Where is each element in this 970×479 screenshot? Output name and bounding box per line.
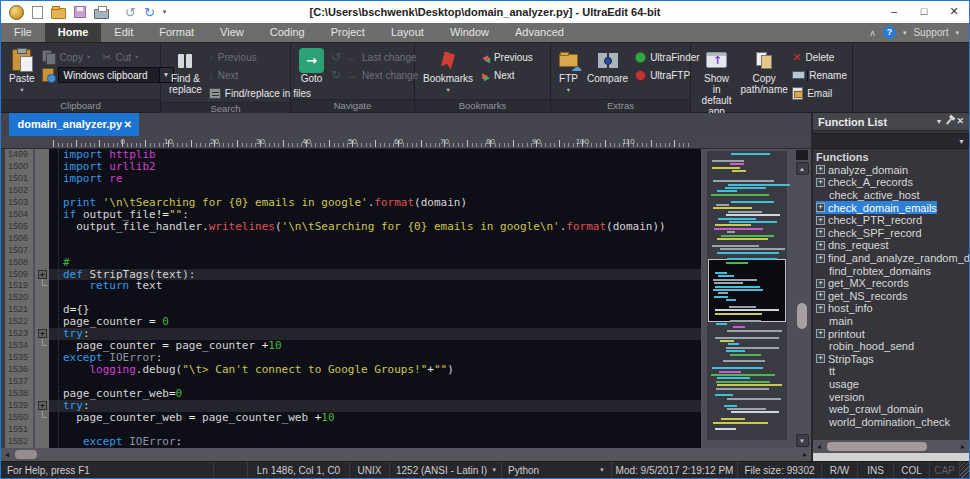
- new-file-icon[interactable]: [32, 6, 43, 19]
- code-line-1506[interactable]: 1506: [1, 233, 701, 245]
- code-line-1499[interactable]: 1499import httplib: [1, 149, 701, 161]
- next-change-button[interactable]: → Next change: [346, 66, 418, 84]
- code-area[interactable]: 1499import httplib1500import urllib21501…: [1, 149, 701, 448]
- function-item-find_robtex_domains[interactable]: find_robtex_domains: [816, 264, 969, 277]
- status-encoding-dropdown[interactable]: 1252 (ANSI - Latin I)▼: [389, 462, 501, 478]
- menu-item-advanced[interactable]: Advanced: [502, 23, 577, 42]
- expand-icon[interactable]: +: [816, 354, 825, 363]
- rename-button[interactable]: Rename: [792, 66, 847, 84]
- code-line-1509[interactable]: 1509+def StripTags(text):: [1, 269, 701, 281]
- redo-icon[interactable]: ↻: [144, 5, 155, 20]
- expand-icon[interactable]: +: [816, 203, 825, 212]
- expand-icon[interactable]: +: [816, 291, 825, 300]
- show-in-default-app-button[interactable]: Show in default app: [697, 46, 736, 118]
- status-line-ending[interactable]: UNIX: [349, 462, 389, 478]
- fold-marker-collapsed[interactable]: +: [38, 329, 47, 338]
- bookmarks-dropdown-icon[interactable]: ▾: [446, 84, 449, 95]
- function-item-hit[interactable]: +StripTags: [816, 353, 874, 366]
- ultraedit-logo-icon[interactable]: [9, 5, 24, 20]
- undo-icon[interactable]: ↺: [125, 5, 136, 20]
- function-item-hit[interactable]: version: [816, 390, 864, 403]
- nav-back-button[interactable]: ↺: [331, 48, 341, 66]
- resize-grip[interactable]: [959, 462, 969, 478]
- status-insert-mode[interactable]: INS: [857, 462, 893, 478]
- menu-item-layout[interactable]: Layout: [378, 23, 437, 42]
- expand-icon[interactable]: +: [816, 279, 825, 288]
- pin-icon[interactable]: [946, 118, 952, 125]
- panel-scroll-thumb[interactable]: [827, 442, 927, 451]
- syntax-dropdown-icon[interactable]: ▼: [599, 467, 605, 473]
- expand-icon[interactable]: +: [816, 329, 825, 338]
- expand-icon[interactable]: +: [816, 228, 825, 237]
- code-line-1552[interactable]: 1552 except IOError:: [1, 436, 701, 448]
- function-item-hit[interactable]: +dns_request: [816, 239, 889, 252]
- ftp-button[interactable]: FTP ▾: [557, 46, 580, 99]
- menu-item-file[interactable]: File: [1, 23, 45, 42]
- expand-icon[interactable]: +: [816, 254, 825, 263]
- function-item-hit[interactable]: +get_NS_records: [816, 290, 908, 303]
- code-line-1535[interactable]: 1535except IOError:: [1, 352, 701, 364]
- help-dropdown-icon[interactable]: ▾: [903, 29, 907, 37]
- cut-button[interactable]: ✂ Cut▾: [102, 48, 138, 66]
- expand-icon[interactable]: +: [816, 304, 825, 313]
- function-item-analyze_domain[interactable]: +analyze_domain: [816, 164, 969, 177]
- function-item-version[interactable]: version: [816, 390, 969, 403]
- fold-marker-collapsed[interactable]: +: [38, 401, 47, 410]
- horizontal-scrollbar[interactable]: ◄ ►: [1, 448, 811, 461]
- scroll-right-icon[interactable]: ►: [799, 451, 811, 458]
- function-item-hit[interactable]: tt: [816, 365, 835, 378]
- bookmarks-button[interactable]: Bookmarks ▾: [421, 46, 475, 99]
- code-line-1520[interactable]: 1520: [1, 292, 701, 304]
- function-item-hit[interactable]: +host_info: [816, 302, 873, 315]
- function-item-get_NS_records[interactable]: +get_NS_records: [816, 290, 969, 303]
- code-line-1534[interactable]: 1534 page_counter = page_counter +10: [1, 340, 701, 352]
- collapse-ribbon-icon[interactable]: ∧: [869, 28, 876, 38]
- scroll-down-icon[interactable]: ▼: [796, 434, 809, 447]
- quick-access-dropdown-icon[interactable]: ▾: [163, 8, 167, 16]
- tab-domain-analyzer[interactable]: domain_analyzer.py ✕: [9, 113, 139, 136]
- function-item-hit[interactable]: find_robtex_domains: [816, 264, 931, 277]
- windows-clipboard-dropdown[interactable]: Windows clipboard ▼: [58, 67, 174, 83]
- minimap[interactable]: [701, 149, 793, 448]
- delete-button[interactable]: ✕ Delete: [792, 48, 847, 66]
- function-item-find_and_analyze_random_domain[interactable]: +find_and_analyze_random_domain: [816, 252, 969, 265]
- function-item-hit[interactable]: +check_domain_emails: [816, 201, 937, 214]
- code-line-1522[interactable]: 1522page_counter = 0: [1, 316, 701, 328]
- last-change-button[interactable]: ← Last change: [346, 48, 418, 66]
- function-item-robin_hood_send[interactable]: robin_hood_send: [816, 340, 969, 353]
- function-item-hit[interactable]: +get_MX_records: [816, 277, 909, 290]
- function-item-check_SPF_record[interactable]: +check_SPF_record: [816, 227, 969, 240]
- maximize-button[interactable]: □: [909, 1, 939, 23]
- function-item-hit[interactable]: check_active_host: [816, 189, 920, 202]
- status-read-write[interactable]: R/W: [821, 462, 857, 478]
- expand-icon[interactable]: +: [816, 241, 825, 250]
- minimize-button[interactable]: –: [879, 1, 909, 23]
- code-line-1536[interactable]: 1536 logging.debug("\t> Can't connect to…: [1, 364, 701, 376]
- function-item-host_info[interactable]: +host_info: [816, 302, 969, 315]
- encoding-dropdown-icon[interactable]: ▼: [491, 467, 497, 473]
- copy-button[interactable]: Copy▾: [42, 48, 91, 66]
- horizontal-scroll-thumb[interactable]: [15, 450, 37, 459]
- function-item-check_A_records[interactable]: +check_A_records: [816, 176, 969, 189]
- code-line-1507[interactable]: 1507: [1, 245, 701, 257]
- function-item-main[interactable]: main: [816, 315, 969, 328]
- scroll-up-icon[interactable]: ▲: [796, 162, 809, 175]
- code-line-1504[interactable]: 1504if output_file!="":: [1, 209, 701, 221]
- support-dropdown-icon[interactable]: ▾: [955, 29, 959, 37]
- tab-close-icon[interactable]: ✕: [124, 113, 132, 136]
- function-item-hit[interactable]: +analyze_domain: [816, 164, 908, 177]
- save-icon[interactable]: [74, 6, 86, 18]
- function-item-web_crawl_domain[interactable]: web_crawl_domain: [816, 403, 969, 416]
- function-item-check_PTR_record[interactable]: +check_PTR_record: [816, 214, 969, 227]
- function-item-hit[interactable]: world_domination_check: [816, 415, 950, 428]
- help-icon[interactable]: ?: [883, 26, 896, 39]
- function-item-hit[interactable]: +printout: [816, 327, 865, 340]
- menu-item-view[interactable]: View: [207, 23, 257, 42]
- function-item-hit[interactable]: +find_and_analyze_random_domain: [816, 252, 969, 265]
- bookmark-previous-button[interactable]: ◄ Previous: [480, 48, 533, 66]
- minimap-scrollbar[interactable]: ▲ ▼: [793, 149, 811, 448]
- code-line-1538[interactable]: 1538page_counter_web=0: [1, 388, 701, 400]
- function-filter-dropdown[interactable]: ▼: [813, 133, 969, 149]
- function-item-world_domination_check[interactable]: world_domination_check: [816, 415, 969, 428]
- scroll-left-icon[interactable]: ◄: [1, 451, 13, 458]
